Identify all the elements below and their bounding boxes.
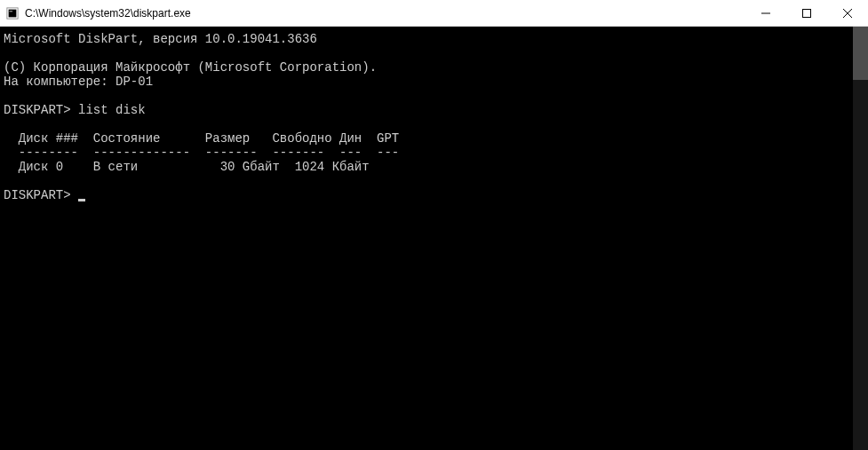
scrollbar-thumb[interactable]	[853, 27, 868, 80]
computer-line: На компьютере: DP-01	[4, 75, 153, 89]
minimize-button[interactable]	[745, 0, 786, 26]
command-line: DISKPART> list disk	[4, 103, 146, 117]
copyright-line: (C) Корпорация Майкрософт (Microsoft Cor…	[4, 60, 377, 75]
window-titlebar: C:\Windows\system32\diskpart.exe	[0, 0, 868, 27]
cursor	[78, 199, 85, 201]
window-title: C:\Windows\system32\diskpart.exe	[25, 7, 745, 20]
svg-rect-2	[10, 11, 13, 12]
svg-rect-1	[9, 9, 17, 17]
close-button[interactable]	[827, 0, 868, 26]
maximize-button[interactable]	[786, 0, 827, 26]
version-line: Microsoft DiskPart, версия 10.0.19041.36…	[4, 32, 317, 46]
window-controls	[745, 0, 868, 26]
console-output[interactable]: Microsoft DiskPart, версия 10.0.19041.36…	[0, 27, 853, 450]
table-divider: -------- ------------- ------- ------- -…	[4, 146, 399, 160]
table-header: Диск ### Состояние Размер Свободно Дин G…	[4, 131, 399, 146]
svg-rect-4	[803, 9, 811, 17]
app-icon	[5, 6, 20, 20]
console-body: Microsoft DiskPart, версия 10.0.19041.36…	[0, 27, 868, 450]
prompt: DISKPART>	[4, 188, 78, 202]
vertical-scrollbar[interactable]	[853, 27, 868, 450]
table-row: Диск 0 В сети 30 Gбайт 1024 Кбайт	[4, 160, 370, 174]
